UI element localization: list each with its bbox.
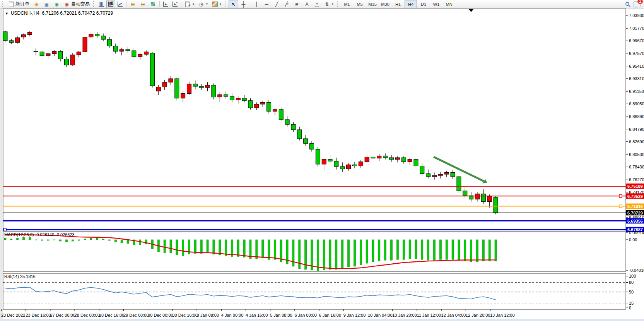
macd-bar [219,240,221,255]
candle-body [187,84,191,94]
signals-button[interactable]: ◉ [52,0,61,8]
candle-body [212,85,216,97]
macd-bar [41,240,43,240]
macd-bar [366,240,368,263]
text-button[interactable]: A [302,0,312,8]
trendline-button[interactable]: ╱ [272,0,282,8]
macd-bar [348,240,350,267]
svg-text:10 Jan 04:00: 10 Jan 04:00 [368,313,393,318]
crosshair-button[interactable]: ┼ [239,0,248,8]
window-bottom-edge [0,319,644,321]
timeframe-d1[interactable]: D1 [417,0,430,8]
macd-bar [194,240,196,253]
rsi-pane[interactable] [3,273,626,309]
svg-text:0: 0 [629,306,631,310]
candle-body [444,172,449,174]
candle-body [494,197,498,213]
fibonacci-button[interactable]: ≡F [292,0,302,8]
macd-bar [391,240,393,260]
macd-bar [145,240,147,244]
timeframe-m15[interactable]: M15 [366,0,379,8]
auto-scroll-button[interactable]: ▶ [161,0,170,8]
candle-body [15,38,20,42]
svg-text:29 Dec 08:00: 29 Dec 08:00 [123,313,149,318]
macd-bar [470,240,472,262]
timeframe-m5[interactable]: M5 [354,0,366,8]
macd-bar [446,240,448,259]
zoom-in-button[interactable]: ⊕ [128,0,138,8]
new-order-icon [8,1,14,7]
macd-bar [84,239,86,240]
tile-windows-button[interactable] [148,0,158,8]
svg-text:80: 80 [629,280,634,285]
search-icon[interactable] [625,1,630,7]
macd-bar [262,240,264,258]
chart-title: ▼USDCNH-,H4 6.71206 6.72021 6.70472 6.70… [5,10,113,16]
candle-body [101,36,106,39]
candlestick-chart-button[interactable] [106,0,115,8]
candle-body [27,32,32,34]
bar-chart-button[interactable] [97,0,106,8]
macd-bar [439,240,441,259]
arrows-button[interactable]: ⇅ ▾ [322,0,335,8]
macd-bar [421,240,423,259]
period-button[interactable]: ◷ ▾ [196,0,210,8]
svg-text:5 Jan 08:00: 5 Jan 08:00 [270,313,292,318]
line-handle[interactable] [3,228,6,231]
macd-bar [335,240,337,270]
timeframe-w1[interactable]: W1 [430,0,442,8]
horizontal-line-icon: ─ [264,1,270,7]
timeframe-m1[interactable]: M1 [341,0,353,8]
candle-body [438,174,442,175]
candle-body [181,93,185,98]
community-button[interactable]: ▣ [42,0,51,8]
candle-body [457,177,461,191]
indicators-button[interactable]: ▾ [210,0,223,8]
candle-body [46,54,50,56]
candle-body [414,160,418,166]
new-chart-icon: + [185,1,191,7]
timeframe-h4[interactable]: H4 [405,0,417,8]
zoom-out-button[interactable]: ⊖ [138,0,148,8]
candle-body [395,158,400,160]
timeframe-h1[interactable]: H1 [392,0,404,8]
svg-text:6 Jan 16:00: 6 Jan 16:00 [319,313,342,318]
svg-text:9 Jan 12:00: 9 Jan 12:00 [343,313,366,318]
svg-text:10 Jan 20:00: 10 Jan 20:00 [392,313,417,318]
line-handle[interactable] [619,205,622,208]
macd-pane[interactable] [3,232,626,271]
chat-icon[interactable]: 1 [634,1,641,7]
vertical-line-button[interactable]: │ [252,0,261,8]
chart-canvas[interactable]: 7.039307.017706.996706.975706.954106.933… [0,0,644,321]
cursor-icon: ↖ [231,1,236,7]
autotrading-button[interactable]: ◉ 自动交易 [62,0,92,8]
line-handle[interactable] [619,195,622,197]
new-order-button[interactable]: 新订单 [6,0,31,8]
rsi-value: 25.1816 [20,274,36,279]
rsi-name: RSI(14) [4,274,19,279]
chevron-down-icon: ▾ [332,2,333,6]
macd-bar [182,240,184,256]
main-price-pane[interactable] [3,9,626,231]
chart-shift-button[interactable]: ▶+ [171,0,179,8]
deposit-button[interactable]: ◆ [32,0,41,8]
svg-text:6.93310: 6.93310 [629,76,644,81]
timeframe-m30[interactable]: M30 [379,0,391,8]
toolbar-separator [181,1,181,7]
crosshair-icon: ┼ [241,1,246,7]
signals-icon: ◉ [54,1,60,7]
line-chart-button[interactable] [116,0,125,8]
channel-button[interactable]: ╱E [282,0,292,8]
text-label-button[interactable]: T [312,0,322,8]
macd-bar [114,240,116,242]
candle-body [273,110,277,112]
candle-body [285,120,289,124]
horizontal-line-button[interactable]: ─ [262,0,272,8]
macd-bar [17,238,19,240]
collapse-triangle-icon[interactable]: ▼ [5,12,9,15]
svg-text:12 Jan 20:00: 12 Jan 20:00 [466,313,490,318]
cursor-button[interactable]: ↖ [229,0,238,8]
svg-text:6.82690: 6.82690 [629,139,644,144]
timeframe-mn[interactable]: MN [443,0,455,8]
new-chart-button[interactable]: + ▾ [183,0,196,8]
